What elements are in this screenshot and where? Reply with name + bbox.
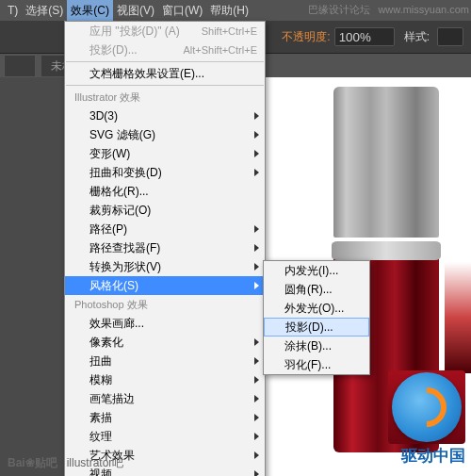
menu-item-help[interactable]: 帮助(H) xyxy=(206,0,252,21)
menu-texture[interactable]: 纹理 xyxy=(65,427,265,446)
menu-apply-last-label: 应用 "投影(D)" (A) xyxy=(89,24,180,40)
chevron-right-icon xyxy=(254,357,259,365)
menu-item-t[interactable]: T) xyxy=(4,0,22,21)
menu-rasterize-label: 栅格化(R)... xyxy=(89,184,149,200)
baidu-tieba-label: Bai❀贴吧 xyxy=(8,455,57,471)
menu-pixelate[interactable]: 像素化 xyxy=(65,333,265,352)
submenu-inner-glow[interactable]: 内发光(I)... xyxy=(264,261,369,280)
menu-convert-shape-label: 转换为形状(V) xyxy=(89,259,161,275)
tool-preview xyxy=(4,55,36,77)
menu-texture-label: 纹理 xyxy=(89,429,112,445)
menu-convert-shape[interactable]: 转换为形状(V) xyxy=(65,257,265,276)
chevron-right-icon xyxy=(254,282,259,289)
menu-item-select[interactable]: 选择(S) xyxy=(22,0,67,21)
menu-svg-filters-label: SVG 滤镜(G) xyxy=(89,127,155,143)
chevron-right-icon xyxy=(254,433,259,440)
left-gutter xyxy=(0,77,66,476)
menu-fx-gallery-label: 效果画廊... xyxy=(89,316,144,332)
menubar: T) 选择(S) 效果(C) 视图(V) 窗口(W) 帮助(H) 巴缘设计论坛 … xyxy=(0,0,471,21)
effect-menu-dropdown: 应用 "投影(D)" (A) Shift+Ctrl+E 投影(D)... Alt… xyxy=(64,21,266,476)
menu-doc-raster-settings[interactable]: 文档栅格效果设置(E)... xyxy=(65,64,265,83)
top-watermark: 巴缘设计论坛 www.missyuan.com xyxy=(308,0,469,19)
watermark-label: 巴缘设计论坛 xyxy=(308,3,370,17)
menu-distort[interactable]: 扭曲 xyxy=(65,352,265,370)
chevron-right-icon xyxy=(254,395,259,402)
menu-distort-transform-label: 扭曲和变换(D) xyxy=(89,165,162,181)
menu-pathfinder[interactable]: 路径查找器(F) xyxy=(65,238,265,257)
menu-blur[interactable]: 模糊 xyxy=(65,370,265,389)
menu-item-effect[interactable]: 效果(C) xyxy=(67,0,113,21)
menu-last-effect[interactable]: 投影(D)... Alt+Shift+Ctrl+E xyxy=(65,41,265,59)
menu-path-label: 路径(P) xyxy=(89,222,127,238)
chevron-right-icon xyxy=(254,263,259,271)
menu-apply-last-shortcut: Shift+Ctrl+E xyxy=(202,25,257,37)
menu-sketch-label: 素描 xyxy=(89,410,112,426)
submenu-outer-glow[interactable]: 外发光(O)... xyxy=(264,299,369,318)
menu-warp[interactable]: 变形(W) xyxy=(65,144,265,163)
submenu-round-corners[interactable]: 圆角(R)... xyxy=(264,280,369,299)
menu-sketch[interactable]: 素描 xyxy=(65,408,265,427)
menu-blur-label: 模糊 xyxy=(89,372,112,388)
menu-header-photoshop: Photoshop 效果 xyxy=(65,295,265,314)
menu-svg-filters[interactable]: SVG 滤镜(G) xyxy=(65,125,265,144)
submenu-drop-shadow[interactable]: 投影(D)... xyxy=(264,318,369,336)
submenu-scribble[interactable]: 涂抹(B)... xyxy=(264,336,369,355)
chevron-right-icon xyxy=(254,414,259,421)
chevron-right-icon xyxy=(254,225,259,233)
chevron-right-icon xyxy=(254,131,259,139)
chevron-right-icon xyxy=(254,244,259,252)
menu-fx-gallery[interactable]: 效果画廊... xyxy=(65,314,265,333)
menu-rasterize[interactable]: 栅格化(R)... xyxy=(65,182,265,201)
style-label: 样式: xyxy=(404,29,430,45)
menu-apply-last[interactable]: 应用 "投影(D)" (A) Shift+Ctrl+E xyxy=(65,22,265,41)
menu-brush-strokes-label: 画笔描边 xyxy=(89,391,135,407)
menu-distort-label: 扭曲 xyxy=(89,353,112,369)
style-dropdown[interactable] xyxy=(437,27,463,46)
chevron-right-icon xyxy=(254,338,259,346)
menu-item-window[interactable]: 窗口(W) xyxy=(158,0,206,21)
opacity-input[interactable] xyxy=(334,27,395,46)
menu-path[interactable]: 路径(P) xyxy=(65,220,265,238)
menu-3d[interactable]: 3D(3) xyxy=(65,107,265,125)
menu-3d-label: 3D(3) xyxy=(89,109,118,123)
menu-stylize-label: 风格化(S) xyxy=(89,278,138,294)
chevron-right-icon xyxy=(254,376,259,384)
menu-crop-marks[interactable]: 裁剪标记(O) xyxy=(65,201,265,220)
menu-brush-strokes[interactable]: 画笔描边 xyxy=(65,389,265,408)
footer-watermark: Bai❀贴吧 illustrator吧 xyxy=(0,450,471,476)
menu-item-view[interactable]: 视图(V) xyxy=(113,0,158,21)
artwork-cylinder-cap xyxy=(333,87,439,238)
menu-last-effect-shortcut: Alt+Shift+Ctrl+E xyxy=(183,44,257,56)
qudong-logo-icon xyxy=(392,372,462,442)
menu-crop-marks-label: 裁剪标记(O) xyxy=(89,203,151,219)
menu-pixelate-label: 像素化 xyxy=(89,335,123,351)
forum-label: illustrator吧 xyxy=(67,455,124,471)
menu-stylize[interactable]: 风格化(S) xyxy=(65,276,265,295)
gradient-preview xyxy=(445,262,471,373)
stylize-submenu: 内发光(I)... 圆角(R)... 外发光(O)... 投影(D)... 涂抹… xyxy=(263,260,370,375)
chevron-right-icon xyxy=(254,150,259,157)
watermark-url: www.missyuan.com xyxy=(378,4,469,15)
menu-header-illustrator: Illustrator 效果 xyxy=(65,88,265,107)
menu-last-effect-label: 投影(D)... xyxy=(89,42,138,58)
menu-warp-label: 变形(W) xyxy=(89,146,130,162)
menu-distort-transform[interactable]: 扭曲和变换(D) xyxy=(65,163,265,182)
chevron-right-icon xyxy=(254,112,259,120)
menu-separator xyxy=(66,85,264,86)
menu-separator xyxy=(66,61,264,62)
submenu-feather[interactable]: 羽化(F)... xyxy=(264,355,369,374)
opacity-label: 不透明度: xyxy=(282,29,330,45)
chevron-right-icon xyxy=(254,169,259,176)
menu-pathfinder-label: 路径查找器(F) xyxy=(89,240,160,256)
